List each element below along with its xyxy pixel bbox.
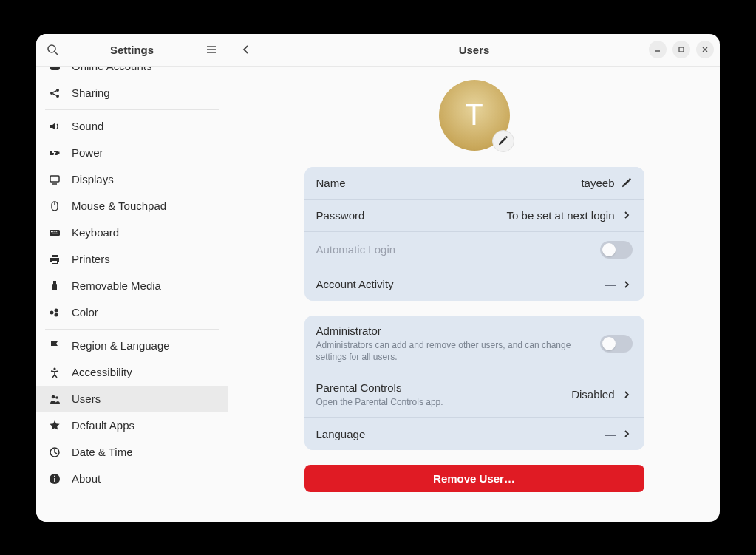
- people-icon: [48, 392, 61, 406]
- administrator-row: Administrator Administrators can add and…: [304, 316, 644, 372]
- sidebar-item-mouse[interactable]: Mouse & Touchpad: [36, 193, 228, 219]
- search-button[interactable]: [42, 39, 63, 60]
- svg-rect-10: [50, 176, 59, 182]
- close-icon: [701, 46, 709, 53]
- svg-point-26: [55, 313, 58, 316]
- sidebar-item-label: Color: [72, 306, 98, 319]
- sidebar: Settings Online Accounts Sharing Sound: [36, 34, 228, 522]
- sidebar-item-datetime[interactable]: Date & Time: [36, 439, 228, 466]
- password-label: Password: [316, 209, 365, 222]
- divider: [45, 109, 219, 110]
- sidebar-item-keyboard[interactable]: Keyboard: [36, 219, 228, 246]
- sidebar-item-label: About: [72, 472, 101, 485]
- svg-point-6: [56, 89, 59, 92]
- svg-rect-14: [50, 230, 60, 236]
- administrator-toggle[interactable]: [600, 335, 633, 353]
- sidebar-item-label: Printers: [72, 253, 110, 265]
- sidebar-title: Settings: [67, 44, 197, 56]
- eyedropper-icon: [48, 306, 61, 319]
- name-row[interactable]: Name tayeeb: [304, 167, 644, 200]
- account-group: Name tayeeb Password To be set at next l…: [304, 167, 644, 301]
- sidebar-item-label: Online Accounts: [72, 67, 151, 73]
- keyboard-icon: [48, 226, 61, 239]
- remove-user-button[interactable]: Remove User…: [304, 465, 644, 492]
- sidebar-item-sound[interactable]: Sound: [36, 113, 228, 140]
- sidebar-item-online-accounts[interactable]: Online Accounts: [36, 67, 228, 80]
- sidebar-item-accessibility[interactable]: Accessibility: [36, 359, 228, 386]
- svg-point-7: [56, 95, 59, 98]
- sidebar-item-power[interactable]: Power: [36, 140, 228, 166]
- name-label: Name: [316, 177, 346, 189]
- svg-rect-15: [51, 231, 52, 232]
- sidebar-item-label: Sound: [72, 120, 103, 132]
- sidebar-item-printers[interactable]: Printers: [36, 246, 228, 273]
- autologin-toggle[interactable]: [600, 241, 633, 259]
- avatar-edit-button[interactable]: [492, 130, 514, 152]
- minimize-button[interactable]: [649, 41, 667, 58]
- power-icon: [48, 146, 61, 160]
- sidebar-item-users[interactable]: Users: [36, 386, 228, 412]
- sidebar-item-label: Removable Media: [72, 279, 161, 292]
- svg-point-33: [54, 475, 55, 477]
- pencil-icon: [497, 135, 508, 146]
- chevron-right-icon: [621, 209, 633, 221]
- parental-label: Parental Controls: [316, 381, 572, 394]
- svg-point-24: [50, 310, 54, 314]
- maximize-button[interactable]: [672, 41, 690, 58]
- language-row[interactable]: Language —: [304, 418, 644, 450]
- hamburger-icon: [205, 44, 217, 55]
- sidebar-item-label: Mouse & Touchpad: [72, 200, 166, 212]
- avatar-wrap: T: [439, 80, 510, 151]
- svg-rect-35: [679, 47, 684, 52]
- settings-window: Settings Online Accounts Sharing Sound: [36, 34, 720, 522]
- svg-point-5: [50, 92, 53, 95]
- chevron-left-icon: [241, 44, 251, 55]
- pencil-icon: [621, 177, 633, 188]
- main-header: Users: [228, 34, 720, 67]
- autologin-label: Automatic Login: [316, 243, 396, 256]
- svg-point-0: [48, 45, 55, 52]
- sidebar-item-color[interactable]: Color: [36, 299, 228, 326]
- svg-line-1: [55, 52, 58, 55]
- info-icon: [48, 472, 61, 486]
- svg-rect-20: [52, 233, 58, 234]
- svg-point-27: [53, 367, 55, 370]
- sidebar-item-displays[interactable]: Displays: [36, 166, 228, 193]
- password-value: To be set at next login: [507, 209, 615, 222]
- sidebar-item-label: Keyboard: [72, 226, 119, 239]
- name-value: tayeeb: [581, 177, 614, 189]
- sidebar-item-label: Default Apps: [72, 419, 134, 432]
- password-row[interactable]: Password To be set at next login: [304, 200, 644, 232]
- sidebar-item-label: Date & Time: [72, 446, 133, 458]
- admin-label: Administrator: [316, 324, 600, 337]
- close-button[interactable]: [696, 41, 714, 58]
- parental-value: Disabled: [571, 388, 614, 401]
- admin-sub: Administrators can add and remove other …: [316, 339, 600, 363]
- cloud-icon: [48, 67, 61, 73]
- speaker-icon: [48, 120, 61, 133]
- minimize-icon: [654, 46, 661, 53]
- share-icon: [48, 86, 61, 100]
- svg-rect-18: [56, 231, 57, 232]
- activity-row[interactable]: Account Activity —: [304, 268, 644, 301]
- activity-label: Account Activity: [316, 278, 394, 290]
- chevron-right-icon: [621, 428, 633, 440]
- sidebar-item-sharing[interactable]: Sharing: [36, 80, 228, 106]
- sidebar-item-label: Region & Language: [72, 339, 170, 352]
- back-button[interactable]: [236, 39, 256, 60]
- sidebar-list[interactable]: Online Accounts Sharing Sound Power: [36, 67, 228, 522]
- sidebar-item-label: Sharing: [72, 86, 110, 99]
- parental-sub: Open the Parental Controls app.: [316, 396, 572, 408]
- parental-row[interactable]: Parental Controls Open the Parental Cont…: [304, 372, 644, 418]
- svg-rect-16: [52, 231, 53, 232]
- sidebar-item-default-apps[interactable]: Default Apps: [36, 412, 228, 439]
- activity-value: —: [605, 278, 616, 290]
- svg-point-25: [55, 308, 58, 312]
- sidebar-item-region[interactable]: Region & Language: [36, 333, 228, 359]
- clock-icon: [48, 446, 61, 459]
- sidebar-item-about[interactable]: About: [36, 466, 228, 492]
- language-value: —: [605, 428, 616, 440]
- menu-button[interactable]: [201, 39, 222, 60]
- svg-rect-9: [58, 151, 60, 154]
- sidebar-item-removable[interactable]: Removable Media: [36, 273, 228, 299]
